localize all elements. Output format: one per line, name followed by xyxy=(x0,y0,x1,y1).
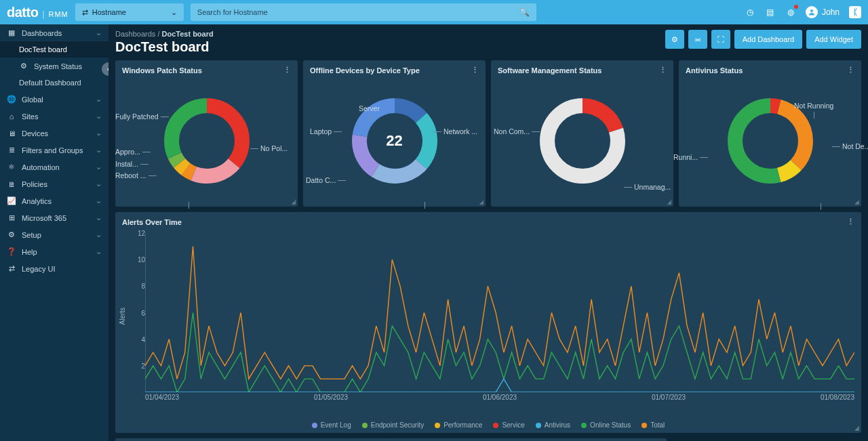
settings-button[interactable]: ⚙ xyxy=(665,30,684,49)
chart-label: Fully Patched xyxy=(115,112,169,121)
add-widget-button[interactable]: Add Widget xyxy=(806,30,861,49)
chart-label: Unmanag... xyxy=(624,183,671,191)
legend-swatch xyxy=(362,423,368,428)
chart-label: Non Com... xyxy=(494,127,540,135)
brand-name: datto xyxy=(7,5,38,20)
chart-label: Not De... xyxy=(832,142,868,150)
sidebar-item-analytics[interactable]: 📈Analytics⌄ xyxy=(0,192,108,209)
user-menu[interactable]: John xyxy=(806,6,840,18)
chart-label: Appro... xyxy=(115,148,151,156)
legend-swatch xyxy=(642,423,647,428)
brand-sep: | xyxy=(42,9,44,19)
legend-item[interactable]: Total xyxy=(642,421,665,429)
sidebar-item-filters[interactable]: ≣Filters and Groups⌄ xyxy=(0,142,108,159)
donut-chart[interactable]: Non Com...Unmanag... xyxy=(494,80,671,202)
widget-alerts: Alerts Over Time ⋮ Alerts 24681012 01/04… xyxy=(115,212,861,433)
add-dashboard-button[interactable]: Add Dashboard xyxy=(734,30,802,49)
legend-swatch xyxy=(581,423,587,428)
chevron-down-icon: ⌄ xyxy=(96,112,102,121)
chart-label: Reboot ... xyxy=(115,171,157,180)
sidebar-item-m365[interactable]: ⊞Microsoft 365⌄ xyxy=(0,209,108,226)
sidebar-item-global[interactable]: 🌐Global⌄ xyxy=(0,91,108,108)
sidebar-item-label: Legacy UI xyxy=(22,265,56,273)
legend-label: Event Log xyxy=(321,421,351,429)
x-tick: 01/07/2023 xyxy=(652,394,686,406)
donut-chart[interactable]: Not RunningNot De...Running And Not ...R… xyxy=(682,80,859,202)
hostname-label: Hostname xyxy=(92,8,126,16)
widget-software: Software Management Status⋮ Non Com...Un… xyxy=(491,60,673,207)
sidebar-item-system-status[interactable]: ⚙System Status xyxy=(0,58,108,75)
legend-item[interactable]: Endpoint Security xyxy=(362,421,424,429)
legend-swatch xyxy=(536,423,541,428)
logo: datto | RMM xyxy=(7,5,68,20)
svg-point-0 xyxy=(810,9,813,12)
chevron-down-icon: ⌄ xyxy=(96,213,102,222)
legend-swatch xyxy=(435,423,440,428)
donut-chart[interactable]: 22ServerNetwork ...DesktopDatto C...Lapt… xyxy=(306,80,483,202)
widget-antivirus: Antivirus Status⋮ Not RunningNot De...Ru… xyxy=(679,60,861,207)
m365-icon: ⊞ xyxy=(7,213,16,222)
chevron-down-icon: ⌄ xyxy=(96,95,102,104)
search-box[interactable]: 🔍 xyxy=(191,3,536,21)
legend-item[interactable]: Antivirus xyxy=(536,421,570,429)
legend-item[interactable]: Performance xyxy=(435,421,482,429)
legend-item[interactable]: Event Log xyxy=(312,421,351,429)
chevron-down-icon: ⌄ xyxy=(96,28,102,37)
sidebar-item-label: Policies xyxy=(22,180,47,188)
globe-icon: 🌐 xyxy=(7,95,16,104)
share-button[interactable]: ⫘ xyxy=(688,30,707,49)
breadcrumb-root[interactable]: Dashboards xyxy=(115,30,155,38)
fullscreen-button[interactable]: ⛶ xyxy=(711,30,730,49)
sidebar-item-default-dash[interactable]: Default Dashboard xyxy=(0,75,108,91)
widget-menu-icon[interactable]: ⋮ xyxy=(847,217,854,226)
avatar-icon xyxy=(806,6,818,18)
sidebar-item-setup[interactable]: ⚙Setup⌄ xyxy=(0,226,108,243)
legend-item[interactable]: Service xyxy=(493,421,524,429)
page-actions: ⚙ ⫘ ⛶ Add Dashboard Add Widget xyxy=(665,30,861,49)
sidebar-item-dashboards[interactable]: ▦Dashboards⌄ xyxy=(0,24,108,41)
kaseya-button[interactable]: ᛕ xyxy=(849,6,861,18)
y-tick: 10 xyxy=(138,256,145,264)
breadcrumb-current: DocTest board xyxy=(162,30,214,38)
legend-label: Endpoint Security xyxy=(371,421,424,429)
clock-icon[interactable]: ◷ xyxy=(745,7,755,18)
hostname-dropdown[interactable]: ⇄ Hostname ⌄ xyxy=(75,3,184,21)
sidebar-item-automation[interactable]: ⚛Automation⌄ xyxy=(0,159,108,175)
filter-icon: ≣ xyxy=(7,146,16,154)
chart-label: Laptop xyxy=(310,127,342,135)
sidebar-item-policies[interactable]: 🗎Policies⌄ xyxy=(0,175,108,192)
widget-menu-icon[interactable]: ⋮ xyxy=(283,66,291,75)
widget-title: Antivirus Status xyxy=(686,66,743,75)
brand-product: RMM xyxy=(49,10,68,18)
y-axis-label: Alerts xyxy=(119,307,126,324)
y-tick: 12 xyxy=(138,230,145,237)
devices-icon: 🖥 xyxy=(7,129,16,138)
chart-label: Not Running xyxy=(794,102,833,119)
network-icon: ⇄ xyxy=(82,8,88,17)
widget-menu-icon[interactable]: ⋮ xyxy=(847,66,854,75)
automation-icon: ⚛ xyxy=(7,163,16,171)
sidebar-item-label: Analytics xyxy=(22,197,52,205)
search-icon[interactable]: 🔍 xyxy=(519,7,530,17)
chevron-down-icon: ⌄ xyxy=(96,163,102,171)
chevron-down-icon: ⌄ xyxy=(96,180,102,188)
sidebar-item-label: Help xyxy=(22,248,37,256)
sidebar-item-label: Setup xyxy=(22,231,41,239)
chevron-down-icon: ⌄ xyxy=(96,247,102,256)
search-input[interactable] xyxy=(197,8,519,16)
sidebar-item-help[interactable]: ❓Help⌄ xyxy=(0,243,108,260)
sidebar-item-legacy[interactable]: ⇄Legacy UI xyxy=(0,260,108,277)
widget-menu-icon[interactable]: ⋮ xyxy=(659,66,667,75)
chevron-down-icon: ⌄ xyxy=(96,146,102,154)
notifications-icon[interactable]: ◍ xyxy=(785,7,796,18)
legend-item[interactable]: Online Status xyxy=(581,421,631,429)
sidebar-item-sites[interactable]: ⌂Sites⌄ xyxy=(0,108,108,125)
sidebar-item-doctest[interactable]: DocTest board xyxy=(0,41,108,58)
sidebar-item-devices[interactable]: 🖥Devices⌄ xyxy=(0,125,108,142)
gear-icon: ⚙ xyxy=(7,230,16,239)
page-title: DocTest board xyxy=(115,39,214,55)
chart-label: Instal... xyxy=(115,160,149,168)
widget-menu-icon[interactable]: ⋮ xyxy=(471,66,479,75)
chat-icon[interactable]: ▤ xyxy=(765,7,776,18)
donut-chart[interactable]: No Pol...No DataReboot ...Instal...Appro… xyxy=(118,80,295,202)
